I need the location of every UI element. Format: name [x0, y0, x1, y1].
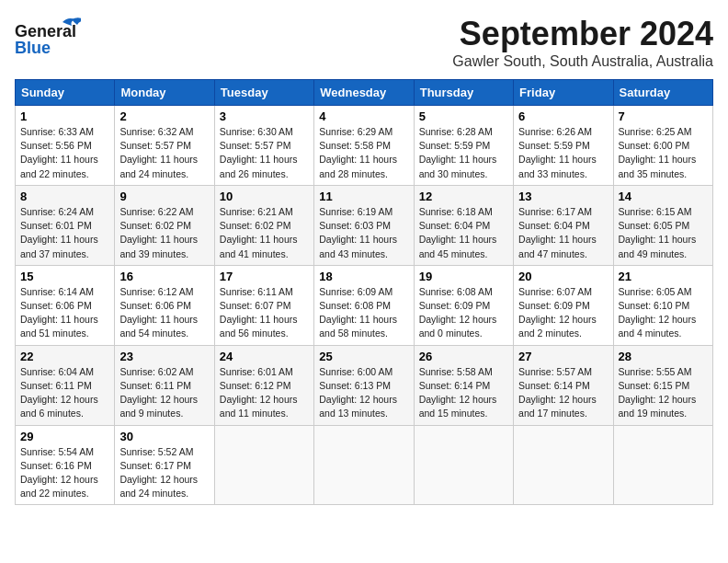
day-info: Sunrise: 6:33 AMSunset: 5:56 PMDaylight:…: [20, 125, 109, 181]
table-row: 20Sunrise: 6:07 AMSunset: 6:09 PMDayligh…: [514, 265, 613, 345]
table-row: 21Sunrise: 6:05 AMSunset: 6:10 PMDayligh…: [613, 265, 712, 345]
table-row: [613, 425, 712, 505]
location-title: Gawler South, South Australia, Australia: [452, 53, 713, 70]
day-number: 5: [419, 109, 508, 123]
day-info: Sunrise: 6:32 AMSunset: 5:57 PMDaylight:…: [119, 125, 209, 181]
table-row: 6Sunrise: 6:26 AMSunset: 5:59 PMDaylight…: [514, 106, 613, 186]
calendar-week-row: 8Sunrise: 6:24 AMSunset: 6:01 PMDaylight…: [16, 185, 713, 265]
day-info: Sunrise: 6:25 AMSunset: 6:00 PMDaylight:…: [619, 125, 708, 181]
table-row: 15Sunrise: 6:14 AMSunset: 6:06 PMDayligh…: [16, 265, 115, 345]
table-row: 14Sunrise: 6:15 AMSunset: 6:05 PMDayligh…: [613, 185, 712, 265]
table-row: [514, 425, 613, 505]
day-info: Sunrise: 5:58 AMSunset: 6:14 PMDaylight:…: [419, 365, 508, 421]
day-number: 23: [119, 350, 209, 363]
table-row: 10Sunrise: 6:21 AMSunset: 6:02 PMDayligh…: [214, 185, 313, 265]
day-info: Sunrise: 6:02 AMSunset: 6:11 PMDaylight:…: [119, 365, 209, 421]
day-number: 12: [419, 190, 508, 203]
table-row: 28Sunrise: 5:55 AMSunset: 6:15 PMDayligh…: [613, 345, 712, 425]
day-number: 20: [518, 270, 608, 283]
calendar-header-sunday: Sunday: [16, 80, 115, 106]
table-row: 1Sunrise: 6:33 AMSunset: 5:56 PMDaylight…: [16, 106, 115, 186]
day-info: Sunrise: 6:01 AMSunset: 6:12 PMDaylight:…: [220, 365, 309, 421]
table-row: 16Sunrise: 6:12 AMSunset: 6:06 PMDayligh…: [115, 265, 214, 345]
day-info: Sunrise: 6:26 AMSunset: 5:59 PMDaylight:…: [518, 125, 608, 181]
table-row: 11Sunrise: 6:19 AMSunset: 6:03 PMDayligh…: [314, 185, 414, 265]
day-number: 27: [518, 350, 608, 363]
table-row: 25Sunrise: 6:00 AMSunset: 6:13 PMDayligh…: [314, 345, 414, 425]
table-row: 22Sunrise: 6:04 AMSunset: 6:11 PMDayligh…: [16, 345, 115, 425]
day-info: Sunrise: 5:54 AMSunset: 6:16 PMDaylight:…: [20, 445, 109, 501]
table-row: 26Sunrise: 5:58 AMSunset: 6:14 PMDayligh…: [414, 345, 513, 425]
day-info: Sunrise: 5:57 AMSunset: 6:14 PMDaylight:…: [518, 365, 608, 421]
calendar-week-row: 29Sunrise: 5:54 AMSunset: 6:16 PMDayligh…: [16, 425, 713, 505]
table-row: 27Sunrise: 5:57 AMSunset: 6:14 PMDayligh…: [514, 345, 613, 425]
title-block: September 2024 Gawler South, South Austr…: [452, 15, 713, 70]
day-info: Sunrise: 6:05 AMSunset: 6:10 PMDaylight:…: [619, 285, 708, 341]
day-info: Sunrise: 6:19 AMSunset: 6:03 PMDaylight:…: [319, 205, 408, 261]
day-info: Sunrise: 5:52 AMSunset: 6:17 PMDaylight:…: [119, 445, 209, 501]
calendar-header-thursday: Thursday: [414, 80, 513, 106]
calendar-header-wednesday: Wednesday: [314, 80, 414, 106]
logo: General Blue: [15, 15, 83, 63]
table-row: 29Sunrise: 5:54 AMSunset: 6:16 PMDayligh…: [16, 425, 115, 505]
day-info: Sunrise: 6:21 AMSunset: 6:02 PMDaylight:…: [220, 205, 309, 261]
day-number: 16: [119, 270, 209, 283]
table-row: [314, 425, 414, 505]
day-number: 14: [619, 190, 708, 203]
table-row: 13Sunrise: 6:17 AMSunset: 6:04 PMDayligh…: [514, 185, 613, 265]
day-number: 15: [20, 270, 109, 283]
day-number: 6: [518, 109, 608, 123]
page-header: General Blue September 2024 Gawler South…: [15, 15, 713, 70]
calendar-header-saturday: Saturday: [613, 80, 712, 106]
table-row: 4Sunrise: 6:29 AMSunset: 5:58 PMDaylight…: [314, 106, 414, 186]
day-info: Sunrise: 6:22 AMSunset: 6:02 PMDaylight:…: [119, 205, 209, 261]
day-info: Sunrise: 6:00 AMSunset: 6:13 PMDaylight:…: [319, 365, 408, 421]
day-number: 25: [319, 350, 408, 363]
calendar-week-row: 15Sunrise: 6:14 AMSunset: 6:06 PMDayligh…: [16, 265, 713, 345]
day-info: Sunrise: 6:24 AMSunset: 6:01 PMDaylight:…: [20, 205, 109, 261]
day-number: 28: [619, 350, 708, 363]
table-row: 2Sunrise: 6:32 AMSunset: 5:57 PMDaylight…: [115, 106, 214, 186]
day-number: 17: [220, 270, 309, 283]
day-number: 10: [220, 190, 309, 203]
day-number: 18: [319, 270, 408, 283]
table-row: 9Sunrise: 6:22 AMSunset: 6:02 PMDaylight…: [115, 185, 214, 265]
table-row: 5Sunrise: 6:28 AMSunset: 5:59 PMDaylight…: [414, 106, 513, 186]
day-info: Sunrise: 6:11 AMSunset: 6:07 PMDaylight:…: [220, 285, 309, 341]
day-info: Sunrise: 5:55 AMSunset: 6:15 PMDaylight:…: [619, 365, 708, 421]
day-info: Sunrise: 6:09 AMSunset: 6:08 PMDaylight:…: [319, 285, 408, 341]
table-row: 3Sunrise: 6:30 AMSunset: 5:57 PMDaylight…: [214, 106, 313, 186]
day-info: Sunrise: 6:12 AMSunset: 6:06 PMDaylight:…: [119, 285, 209, 341]
day-info: Sunrise: 6:07 AMSunset: 6:09 PMDaylight:…: [518, 285, 608, 341]
day-number: 26: [419, 350, 508, 363]
svg-text:Blue: Blue: [15, 39, 51, 57]
calendar-week-row: 22Sunrise: 6:04 AMSunset: 6:11 PMDayligh…: [16, 345, 713, 425]
table-row: 8Sunrise: 6:24 AMSunset: 6:01 PMDaylight…: [16, 185, 115, 265]
day-info: Sunrise: 6:29 AMSunset: 5:58 PMDaylight:…: [319, 125, 408, 181]
day-number: 30: [119, 430, 209, 443]
day-info: Sunrise: 6:18 AMSunset: 6:04 PMDaylight:…: [419, 205, 508, 261]
calendar-header-tuesday: Tuesday: [214, 80, 313, 106]
day-info: Sunrise: 6:04 AMSunset: 6:11 PMDaylight:…: [20, 365, 109, 421]
day-number: 24: [220, 350, 309, 363]
day-number: 22: [20, 350, 109, 363]
day-number: 9: [119, 190, 209, 203]
table-row: 12Sunrise: 6:18 AMSunset: 6:04 PMDayligh…: [414, 185, 513, 265]
day-number: 8: [20, 190, 109, 203]
table-row: 19Sunrise: 6:08 AMSunset: 6:09 PMDayligh…: [414, 265, 513, 345]
day-number: 11: [319, 190, 408, 203]
day-info: Sunrise: 6:08 AMSunset: 6:09 PMDaylight:…: [419, 285, 508, 341]
day-info: Sunrise: 6:15 AMSunset: 6:05 PMDaylight:…: [619, 205, 708, 261]
calendar-table: SundayMondayTuesdayWednesdayThursdayFrid…: [15, 79, 713, 505]
table-row: 7Sunrise: 6:25 AMSunset: 6:00 PMDaylight…: [613, 106, 712, 186]
day-info: Sunrise: 6:14 AMSunset: 6:06 PMDaylight:…: [20, 285, 109, 341]
day-number: 21: [619, 270, 708, 283]
calendar-header-monday: Monday: [115, 80, 214, 106]
day-number: 1: [20, 109, 109, 123]
day-number: 13: [518, 190, 608, 203]
calendar-header-friday: Friday: [514, 80, 613, 106]
day-number: 4: [319, 109, 408, 123]
month-title: September 2024: [452, 15, 713, 53]
day-info: Sunrise: 6:17 AMSunset: 6:04 PMDaylight:…: [518, 205, 608, 261]
logo-icon: General Blue: [15, 15, 81, 63]
